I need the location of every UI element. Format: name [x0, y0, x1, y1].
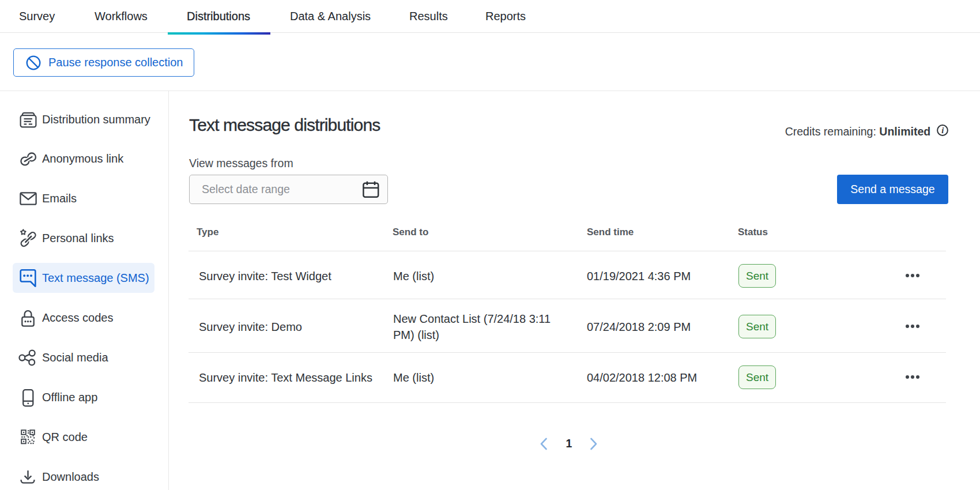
svg-text:i: i: [941, 126, 944, 135]
